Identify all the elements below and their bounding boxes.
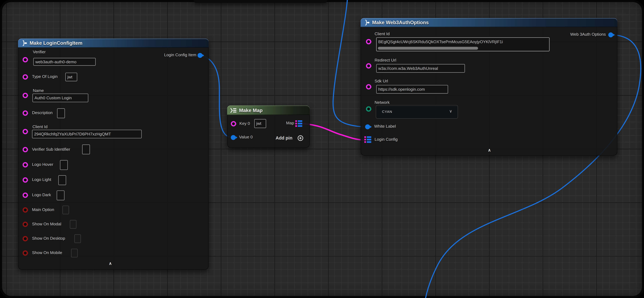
client-id-scrollbar[interactable] — [378, 47, 478, 50]
blueprint-canvas[interactable]: Make LoginConfigItem Login Config Item V… — [0, 0, 644, 298]
offscreen-node-bottom-edge[interactable] — [194, 0, 327, 3]
input-pin-white-label[interactable] — [365, 124, 370, 129]
input-pin-client-id[interactable] — [366, 39, 371, 44]
blueprint-graph-viewport: Make LoginConfigItem Login Config Item V… — [0, 0, 644, 298]
node-title: Make Web3AuthOptions — [372, 20, 428, 26]
output-label-login-config-item: Login Config Item — [164, 52, 196, 57]
input-pin-show-on-mobile[interactable] — [22, 250, 28, 256]
pin-label-sdk-url: Sdk Url — [374, 79, 388, 84]
show-on-modal-checkbox[interactable] — [70, 220, 76, 229]
pin-label-white-label: White Label — [374, 124, 396, 128]
logo-hover-input[interactable] — [60, 160, 68, 170]
input-pin-show-on-desktop[interactable] — [22, 236, 28, 241]
wire-top-to-whitelabel[interactable] — [333, 0, 363, 127]
show-on-desktop-checkbox[interactable] — [74, 234, 81, 243]
key0-input[interactable]: jwt — [254, 119, 266, 128]
pin-label-show-on-desktop: Show On Desktop — [32, 236, 65, 240]
chevron-up-icon[interactable]: ∧ — [109, 262, 112, 266]
name-input[interactable]: Auth0 Custom Login — [32, 94, 88, 102]
pin-label-logo-hover: Logo Hover — [32, 162, 53, 166]
description-input[interactable] — [57, 108, 65, 118]
input-pin-logo-hover[interactable] — [22, 162, 28, 168]
pin-label-login-config: Login Config — [374, 137, 398, 142]
input-pin-name[interactable] — [22, 93, 28, 98]
pin-label-network: Network — [374, 100, 390, 105]
pin-label-description: Description — [32, 110, 53, 115]
verifier-sub-identifier-input[interactable] — [82, 144, 90, 154]
pin-label-client-id: Client Id — [374, 32, 390, 36]
input-pin-type-of-login[interactable] — [22, 74, 28, 80]
logo-light-input[interactable] — [58, 175, 66, 185]
network-dropdown[interactable]: CYAN ∨ — [376, 106, 458, 118]
show-on-mobile-checkbox[interactable] — [71, 249, 78, 257]
input-pin-verifier-sub-identifier[interactable] — [22, 147, 28, 152]
map-pin-icon[interactable] — [295, 120, 302, 127]
pin-label-show-on-modal: Show On Modal — [32, 222, 62, 226]
node-make-web3authoptions[interactable]: Make Web3AuthOptions Web 3Auth Options C… — [361, 18, 617, 156]
make-struct-icon — [364, 20, 370, 26]
make-map-icon — [230, 108, 236, 113]
pin-label-verifier-sub-identifier: Verifier Sub Identifier — [32, 147, 70, 152]
make-struct-icon — [21, 40, 27, 46]
output-label-web3auth-options: Web 3Auth Options — [570, 32, 606, 36]
sdk-url-input[interactable]: https://sdk.openlogin.com — [376, 85, 448, 94]
input-pin-logo-dark[interactable] — [22, 192, 28, 198]
node-title: Make LoginConfigItem — [30, 40, 82, 46]
add-pin-icon[interactable] — [297, 135, 304, 141]
input-pin-client-id[interactable] — [22, 129, 28, 134]
node-header-make-loginconfigitem[interactable]: Make LoginConfigItem — [18, 39, 209, 48]
pin-label-logo-light: Logo Light — [32, 177, 51, 182]
node-make-loginconfigitem[interactable]: Make LoginConfigItem Login Config Item V… — [18, 39, 209, 270]
main-option-checkbox[interactable] — [62, 206, 69, 214]
pin-label-client-id: Client Id — [32, 124, 48, 129]
pin-label-name: Name — [33, 88, 44, 93]
input-pin-value0[interactable] — [231, 135, 236, 140]
node-header-make-web3authoptions[interactable]: Make Web3AuthOptions — [361, 18, 617, 27]
verifier-input[interactable]: web3auth-auth0-demo — [33, 58, 96, 66]
pin-label-logo-dark: Logo Dark — [32, 192, 51, 197]
redirect-url-input[interactable]: w3a://com.w3a.Web3AuthUnreal — [376, 64, 465, 73]
input-pin-description[interactable] — [22, 110, 28, 116]
wire-map-to-loginconfig[interactable] — [302, 124, 365, 140]
chevron-up-icon[interactable]: ∧ — [488, 148, 491, 152]
input-pin-key0[interactable] — [231, 121, 236, 126]
input-pin-network[interactable] — [366, 106, 371, 112]
input-pin-main-option[interactable] — [22, 207, 28, 212]
logo-dark-input[interactable] — [57, 190, 64, 200]
output-pin-login-config-item[interactable] — [198, 53, 202, 58]
map-pin-icon[interactable] — [364, 136, 371, 143]
client-id-value: BEglQSgt4cUWcj6SKRdu5QkOXTsePmMcusG5EAoy… — [378, 40, 503, 44]
output-pin-web3auth-options[interactable] — [608, 32, 613, 38]
pin-label-key0: Key 0 — [240, 121, 250, 126]
pin-label-redirect-url: Redirect Url — [374, 58, 396, 62]
node-title: Make Map — [239, 108, 262, 113]
pin-label-main-option: Main Option — [32, 207, 54, 212]
node-header-make-map[interactable]: Make Map — [227, 106, 310, 115]
chevron-down-icon: ∨ — [449, 109, 452, 113]
node-make-map[interactable]: Make Map Key 0 jwt Map Value 0 Add pin — [227, 106, 310, 148]
input-pin-sdk-url[interactable] — [366, 84, 371, 90]
client-id-input[interactable]: BEglQSgt4cUWcj6SKRdu5QkOXTsePmMcusG5EAoy… — [376, 38, 550, 52]
client-id-input[interactable]: 294QRkchfq2YaXUbPri7D6PH7xzHgQMT — [32, 130, 142, 138]
input-pin-show-on-modal[interactable] — [22, 222, 28, 227]
pin-label-value0: Value 0 — [239, 135, 253, 139]
type-of-login-input[interactable]: jwt — [65, 73, 77, 81]
pin-label-type-of-login: Type Of Login — [32, 74, 58, 79]
pin-label-verifier: Verifier — [33, 50, 46, 54]
pin-label-show-on-mobile: Show On Mobile — [32, 250, 62, 255]
add-pin-button[interactable]: Add pin — [276, 136, 292, 140]
network-selected-value: CYAN — [382, 110, 392, 114]
output-label-map: Map — [286, 121, 294, 125]
input-pin-logo-light[interactable] — [22, 177, 28, 183]
input-pin-verifier[interactable] — [22, 57, 28, 62]
input-pin-redirect-url[interactable] — [366, 63, 371, 68]
